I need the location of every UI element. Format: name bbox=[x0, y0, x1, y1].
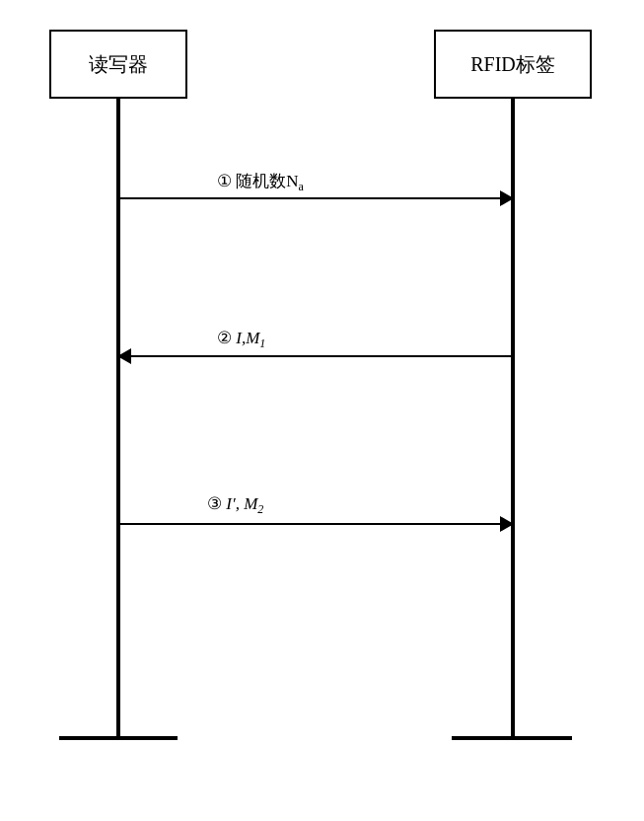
arrow1-line bbox=[118, 197, 513, 199]
arrow3-container bbox=[118, 523, 513, 525]
base-reader bbox=[59, 736, 178, 740]
arrow2-label: ② I,M1 bbox=[217, 328, 265, 351]
arrow3-line bbox=[118, 523, 513, 525]
rfid-label: RFID标签 bbox=[470, 51, 555, 78]
rfid-box: RFID标签 bbox=[434, 30, 592, 99]
lifeline-reader bbox=[116, 99, 120, 740]
arrow1-text: 随机数Na bbox=[236, 172, 304, 190]
arrow1-label: ① 随机数Na bbox=[217, 170, 304, 194]
diagram-container: 读写器 RFID标签 ① 随机数Na ② I,M1 ③ I′, M2 bbox=[0, 0, 644, 821]
arrow1-number: ① bbox=[217, 171, 232, 191]
arrow1-container bbox=[118, 197, 513, 199]
arrow2-text: I,M1 bbox=[236, 329, 265, 347]
reader-label: 读写器 bbox=[89, 51, 148, 78]
arrow3-label: ③ I′, M2 bbox=[207, 493, 263, 517]
reader-box: 读写器 bbox=[49, 30, 187, 99]
arrow2-container bbox=[118, 355, 513, 357]
arrow2-line bbox=[118, 355, 513, 357]
arrow2-number: ② bbox=[217, 328, 232, 348]
arrow3-text: I′, M2 bbox=[226, 494, 263, 513]
arrow3-number: ③ bbox=[207, 493, 222, 514]
base-rfid bbox=[452, 736, 572, 740]
